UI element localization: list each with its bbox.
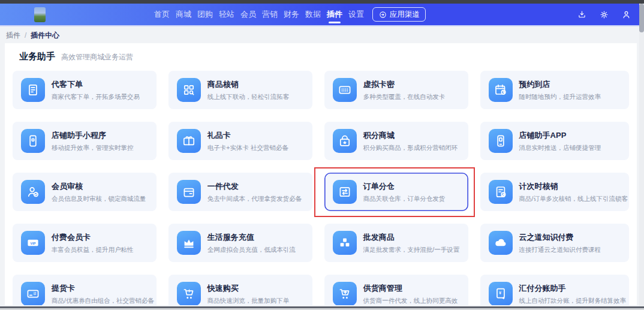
plugin-cell-valet-order: 代客下单 商家代客下单，开拓多场景交易 (13, 71, 157, 109)
plugin-card-pickup-card[interactable]: 提 提货卡 商品/优惠券自由组合，社交营销必备 (13, 275, 157, 305)
nav-item-marketing[interactable]: 营销 (261, 4, 278, 25)
plugin-title: 计次时核销 (519, 181, 628, 192)
plugin-title: 店铺助手APP (519, 130, 601, 141)
plugin-card-yunzhidao-knowledge-pay[interactable]: 云之道知识付费 连接打通云之道知识付费课程 (480, 224, 629, 262)
plugin-card-shop-assistant-app[interactable]: 店铺助手APP 消息实时推送，店铺便捷管理 (480, 122, 629, 160)
nav-item-group-buy[interactable]: 团购 (197, 4, 213, 25)
svg-text:¥: ¥ (499, 291, 501, 295)
nav-item-label: 团购 (197, 9, 213, 20)
breadcrumb-plugin-center[interactable]: 插件中心 (31, 31, 59, 41)
section-header: 业务助手 高效管理商城业务运营 (5, 43, 637, 62)
nav-item-finance[interactable]: 财务 (283, 4, 300, 25)
plugin-cell-quick-buy: 快速购买 商品快速浏览，批量加购下单 (168, 275, 312, 305)
plugin-title: 提货卡 (52, 283, 154, 294)
nav-item-mall[interactable]: 商城 (175, 4, 192, 25)
plugin-cell-paid-member-card: VIP 付费会员卡 丰富会员权益，提升用户粘性 (13, 224, 157, 262)
plugin-title: 商品核销 (207, 79, 290, 90)
plugin-grid: 代客下单 商家代客下单，开拓多场景交易 商品核销 线上线下联动，轻松引流拓客 虚… (13, 71, 629, 305)
plugin-cell-member-review: 会员审核 会员信息及时审核，锁定商城流量 (13, 173, 157, 211)
breadcrumb-plugins[interactable]: 插件 (6, 31, 20, 41)
nav-item-data[interactable]: 数据 (305, 4, 321, 25)
plugin-title: 生活服务充值 (207, 232, 296, 243)
user-check-icon (21, 180, 45, 204)
card-password-icon (333, 78, 357, 102)
plugin-cell-product-verification: 商品核销 线上线下联动，轻松引流拓客 (168, 71, 312, 109)
plugin-desc: 商品/优惠券自由组合，社交营销必备 (52, 297, 154, 305)
plugin-title: 代客下单 (52, 79, 140, 90)
nav-item-label: 数据 (305, 9, 321, 20)
plugin-cell-count-time-verification: 计次时核销 商品/订单多次核销，线上线下引流锁客 (480, 173, 629, 211)
plugin-card-huifu-split-assistant[interactable]: ¥ 汇付分账助手 线上自动打款分账，提升财务结算效率 (480, 275, 629, 305)
cart-supplier-icon (333, 282, 357, 305)
plugin-card-quick-buy[interactable]: 快速购买 商品快速浏览，批量加购下单 (168, 275, 312, 305)
plugin-cell-wholesale-goods: 批发商品 满足批发需求，支持混批/一手设置 (324, 224, 468, 262)
crown-icon (177, 231, 201, 255)
nav-item-label: 营销 (262, 9, 278, 20)
plugin-desc: 随时随地预约，提升运营效率 (519, 93, 601, 101)
cloud-icon (489, 231, 513, 255)
plugin-title: 礼品卡 (207, 130, 288, 141)
nav-item-label: 插件 (327, 9, 342, 20)
clipboard-user-icon (489, 180, 513, 204)
user-icon[interactable] (621, 10, 631, 20)
qr-scan-icon (177, 78, 201, 102)
plugin-card-member-review[interactable]: 会员审核 会员信息及时审核，锁定商城流量 (13, 173, 157, 211)
plugin-card-gift-card[interactable]: 礼品卡 电子卡+实体卡 社交营销必备 (168, 122, 312, 160)
app-channel-button[interactable]: 应用渠道 (372, 7, 426, 22)
plugin-cell-huifu-split-assistant: ¥ 汇付分账助手 线上自动打款分账，提升财务结算效率 (480, 275, 629, 305)
plugin-desc: 商品快速浏览，批量加购下单 (207, 297, 290, 305)
nav-item-label: 首页 (154, 9, 170, 20)
plugin-card-supplier-management[interactable]: 供货商管理 供货商一件代发，线上协同更高效 (324, 275, 468, 305)
plugin-cell-dropshipping: 一件代发 免去中间成本，代理拿货发货必备 (168, 173, 312, 211)
calendar-clock-icon (489, 78, 513, 102)
gear-icon[interactable] (599, 10, 609, 20)
boxes-stack-icon (333, 231, 357, 255)
nav-item-member[interactable]: 会员 (240, 4, 257, 25)
plugin-card-order-split-warehouse[interactable]: 订单分仓 商品关联仓库，订单分仓发货 (324, 173, 468, 211)
plugin-cell-shop-assistant-mini-program: 店铺助手小程序 移动提升效率，管理实时掌控 (13, 122, 157, 160)
plugin-card-store-reservation[interactable]: 预约到店 随时随地预约，提升运营效率 (480, 71, 629, 109)
receipt-split-icon: ¥ (489, 282, 513, 305)
plugin-desc: 移动提升效率，管理实时掌控 (52, 144, 134, 152)
plugin-card-dropshipping[interactable]: 一件代发 免去中间成本，代理拿货发货必备 (168, 173, 312, 211)
plugin-cell-order-split-warehouse: 订单分仓 商品关联仓库，订单分仓发货 (324, 173, 468, 211)
nav-item-plugins[interactable]: 插件 (326, 4, 343, 25)
plugin-title: 会员审核 (52, 181, 146, 192)
plugin-card-paid-member-card[interactable]: VIP 付费会员卡 丰富会员权益，提升用户粘性 (13, 224, 157, 262)
plugin-desc: 积分购买商品，形成积分营销闭环 (363, 144, 458, 152)
plugin-card-valet-order[interactable]: 代客下单 商家代客下单，开拓多场景交易 (13, 71, 157, 109)
scrollbar-track[interactable] (639, 4, 644, 306)
plugin-card-points-mall[interactable]: 积分商城 积分购买商品，形成积分营销闭环 (324, 122, 468, 160)
plugin-desc: 连接打通云之道知识付费课程 (519, 246, 601, 254)
bag-star-icon (333, 129, 357, 153)
plugin-desc: 电子卡+实体卡 社交营销必备 (207, 144, 288, 152)
plugin-card-count-time-verification[interactable]: 计次时核销 商品/订单多次核销，线上线下引流锁客 (480, 173, 629, 211)
plugin-card-shop-assistant-mini-program[interactable]: 店铺助手小程序 移动提升效率，管理实时掌控 (13, 122, 157, 160)
plugin-desc: 多种类型覆盖，在线自动发卡 (363, 93, 446, 101)
plugin-desc: 免去中间成本，代理拿货发货必备 (207, 195, 302, 203)
plugin-card-life-service-recharge[interactable]: 生活服务充值 全网虚拟会员充值，低成本引流 (168, 224, 312, 262)
svg-text:提: 提 (33, 291, 37, 296)
plugin-desc: 线上线下联动，轻松引流拓客 (207, 93, 290, 101)
nav-item-home[interactable]: 首页 (154, 4, 170, 25)
svg-text:VIP: VIP (30, 242, 35, 245)
logo[interactable] (34, 7, 46, 22)
plugin-title: 供货商管理 (363, 283, 458, 294)
plugin-cell-points-mall: 积分商城 积分购买商品，形成积分营销闭环 (324, 122, 468, 160)
plugin-desc: 线上自动打款分账，提升财务结算效率 (519, 297, 627, 305)
plugin-title: 积分商城 (363, 130, 458, 141)
scrollbar-thumb[interactable] (639, 4, 644, 32)
plugin-desc: 消息实时推送，店铺便捷管理 (519, 144, 601, 152)
pickup-card-icon: 提 (21, 282, 45, 305)
plugin-card-virtual-card-key[interactable]: 虚拟卡密 多种类型覆盖，在线自动发卡 (324, 71, 468, 109)
plugin-card-wholesale-goods[interactable]: 批发商品 满足批发需求，支持混批/一手设置 (324, 224, 468, 262)
nav-item-settings[interactable]: 设置 (348, 4, 365, 25)
plugin-title: 快速购买 (207, 283, 290, 294)
download-icon[interactable] (577, 10, 587, 20)
plugin-title: 预约到店 (519, 79, 601, 90)
top-navbar: 首页商城团购轻站会员营销财务数据插件设置 应用渠道 (0, 4, 639, 26)
plugin-desc: 商家代客下单，开拓多场景交易 (52, 93, 140, 101)
plugin-cell-store-reservation: 预约到店 随时随地预约，提升运营效率 (480, 71, 629, 109)
nav-item-lite-site[interactable]: 轻站 (218, 4, 235, 25)
plugin-card-product-verification[interactable]: 商品核销 线上线下联动，轻松引流拓客 (168, 71, 312, 109)
